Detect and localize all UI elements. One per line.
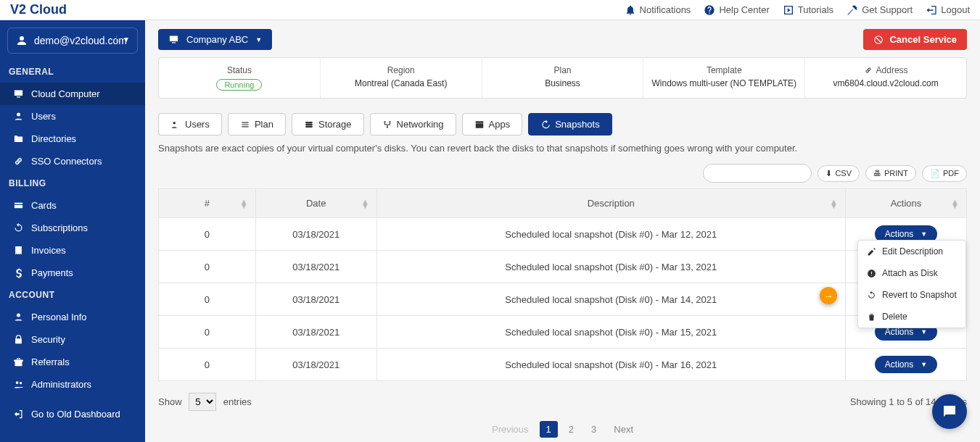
sidebar-item-label: Directories (31, 133, 76, 144)
svg-point-7 (384, 121, 385, 122)
tab-networking[interactable]: Networking (370, 113, 456, 135)
svg-point-2 (17, 314, 20, 317)
plan-value: Business (488, 78, 638, 88)
tab-plan[interactable]: Plan (228, 113, 286, 135)
network-icon (382, 120, 392, 130)
sidebar-item-invoices[interactable]: Invoices (0, 239, 145, 262)
gift-icon (13, 356, 24, 367)
block-icon (873, 35, 884, 45)
cell-description: Scheduled local snapshot (Disk #0) - Mar… (376, 218, 845, 251)
refresh-icon (13, 222, 24, 233)
svg-point-9 (386, 126, 387, 128)
cell-date: 03/18/2021 (255, 251, 376, 283)
actions-dropdown: Edit DescriptionAttach as DiskRevert to … (857, 240, 966, 328)
invoice-icon (13, 245, 24, 256)
svg-point-1 (17, 113, 20, 117)
tab-storage[interactable]: Storage (292, 113, 364, 135)
sidebar-item-security[interactable]: Security (0, 328, 145, 351)
sidebar-item-directories[interactable]: Directories (0, 128, 145, 150)
delete-icon (867, 312, 876, 322)
dropdown-item-edit-description[interactable]: Edit Description (858, 241, 965, 262)
table-row: 003/18/2021Scheduled local snapshot (Dis… (159, 349, 967, 381)
sidebar-item-cloud-computer[interactable]: Cloud Computer (0, 83, 145, 105)
logout-label: Logout (941, 4, 970, 15)
chevron-down-icon: ▼ (116, 36, 130, 43)
sidebar-item-label: Security (31, 334, 65, 345)
dropdown-item-revert-to-snapshot[interactable]: Revert to Snapshot (858, 284, 965, 306)
dollar-icon (13, 267, 24, 278)
export-csv-button[interactable]: ⬇CSV (818, 165, 860, 182)
cell-description: Scheduled local snapshot (Disk #0) - Mar… (376, 316, 845, 349)
cell-date: 03/18/2021 (255, 349, 376, 381)
actions-button[interactable]: Actions▼ (875, 356, 937, 373)
logo[interactable]: V2 Cloud (10, 2, 67, 17)
search-input[interactable] (703, 164, 812, 183)
plan-label: Plan (488, 65, 638, 75)
address-value: vm6804.cloud.v2cloud.com (811, 78, 960, 88)
sidebar-item-users[interactable]: Users (0, 105, 145, 128)
logout-link[interactable]: Logout (926, 4, 970, 16)
col-actions[interactable]: Actions▲▼ (845, 189, 966, 218)
sidebar-item-label: Cards (31, 200, 57, 211)
table-row: 003/18/2021Scheduled local snapshot (Dis… (159, 316, 967, 349)
sidebar-item-personal[interactable]: Personal Info (0, 306, 145, 328)
chat-widget[interactable] (932, 394, 967, 429)
tab-users[interactable]: Users (158, 113, 222, 135)
svg-point-3 (16, 381, 19, 384)
help-center-link[interactable]: Help Center (704, 4, 769, 16)
sidebar-item-admins[interactable]: Administrators (0, 373, 145, 396)
company-dropdown[interactable]: Company ABC ▼ (158, 29, 272, 50)
tour-indicator: → (820, 287, 837, 304)
sidebar-item-sso[interactable]: SSO Connectors (0, 150, 145, 172)
page-prev[interactable]: Previous (485, 421, 535, 438)
page-size-select[interactable]: 5 (189, 393, 216, 411)
dropdown-item-attach-as-disk[interactable]: Attach as Disk (858, 262, 965, 284)
region-label: Region (326, 65, 476, 75)
user-dropdown[interactable]: demo@v2cloud.com ▼ (7, 28, 138, 54)
address-label: Address (811, 65, 960, 75)
sidebar-item-label: Cloud Computer (31, 88, 100, 99)
sidebar-item-payments[interactable]: Payments (0, 262, 145, 284)
col-description[interactable]: Description▲▼ (376, 189, 845, 218)
user-icon (15, 34, 28, 47)
page-1[interactable]: 1 (540, 421, 558, 438)
page-2[interactable]: 2 (562, 421, 580, 438)
page-3[interactable]: 3 (585, 421, 603, 438)
col-num[interactable]: #▲▼ (159, 189, 256, 218)
sidebar-item-label: Go to Old Dashboard (31, 409, 120, 420)
page-next[interactable]: Next (607, 421, 640, 438)
play-icon (783, 4, 794, 16)
print-button[interactable]: 🖶PRINT (865, 165, 916, 181)
user-email: demo@v2cloud.com (34, 35, 127, 46)
dropdown-item-delete[interactable]: Delete (858, 306, 965, 328)
notifications-link[interactable]: Notifications (625, 4, 691, 16)
table-row: 003/18/2021Scheduled local snapshot (Dis… (159, 251, 967, 283)
cell-actions: Actions▼Edit DescriptionAttach as DiskRe… (845, 218, 966, 251)
sidebar-item-old-dashboard[interactable]: Go to Old Dashboard (0, 403, 145, 425)
tab-snapshots[interactable]: Snapshots (528, 113, 612, 135)
sidebar-item-subscriptions[interactable]: Subscriptions (0, 217, 145, 239)
sidebar-item-label: Users (31, 111, 56, 122)
cell-description: Scheduled local snapshot (Disk #0) - Mar… (376, 283, 845, 316)
storage-icon (304, 120, 314, 130)
get-support-link[interactable]: Get Support (847, 4, 913, 16)
link-icon (864, 66, 873, 75)
table-row: 003/18/2021Scheduled local snapshot (Dis… (159, 218, 967, 251)
sort-icon: ▲▼ (240, 199, 248, 208)
col-date[interactable]: Date▲▼ (255, 189, 376, 218)
edit-description-icon (867, 247, 876, 257)
tutorials-link[interactable]: Tutorials (783, 4, 833, 16)
export-pdf-button[interactable]: 📄PDF (922, 165, 967, 182)
history-icon (540, 120, 551, 130)
sidebar-item-referrals[interactable]: Referrals (0, 351, 145, 373)
status-label: Status (165, 65, 314, 75)
link-icon (13, 156, 24, 167)
tab-apps[interactable]: Apps (462, 113, 523, 135)
sidebar-item-cards[interactable]: Cards (0, 194, 145, 217)
cancel-service-button[interactable]: Cancel Service (863, 29, 967, 50)
user-icon (13, 111, 24, 122)
sort-icon: ▲▼ (361, 199, 369, 208)
svg-point-4 (20, 382, 22, 384)
cell-num: 0 (159, 218, 256, 251)
caret-down-icon: ▼ (255, 36, 262, 43)
